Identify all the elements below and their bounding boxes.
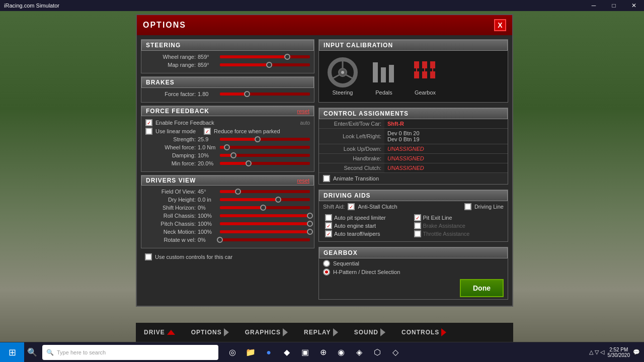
pedals-calib-button[interactable]: Pedals bbox=[364, 55, 404, 98]
window-title: iRacing.com Simulator bbox=[0, 3, 584, 9]
steering-calib-button[interactable]: Steering bbox=[323, 55, 362, 98]
taskbar-app3-icon[interactable]: ◉ bbox=[333, 344, 349, 360]
look-ud-value[interactable]: UNASSIGNED bbox=[384, 144, 508, 154]
controls-arrow-icon bbox=[441, 328, 446, 336]
shift-horizon-label: Shift Horizon: bbox=[145, 205, 196, 211]
wheel-force-label: Wheel force: bbox=[145, 144, 196, 150]
driving-line-checkbox[interactable] bbox=[464, 203, 471, 210]
nav-graphics[interactable]: GRAPHICS bbox=[237, 323, 296, 342]
gearbox-calib-button[interactable]: Gearbox bbox=[406, 55, 445, 98]
sound-arrow-icon bbox=[380, 328, 385, 336]
taskbar-app6-icon[interactable]: ◇ bbox=[387, 344, 404, 360]
neck-motion-slider[interactable] bbox=[220, 230, 310, 233]
handbrake-value[interactable]: UNASSIGNED bbox=[384, 154, 508, 163]
start-button[interactable]: ⊞ bbox=[0, 342, 24, 363]
hpattern-radio[interactable] bbox=[323, 268, 330, 276]
wheel-range-slider[interactable] bbox=[220, 55, 310, 58]
linear-mode-checkbox[interactable] bbox=[145, 128, 152, 135]
second-clutch-value[interactable]: UNASSIGNED bbox=[384, 163, 508, 173]
auto-tearoff-checkbox[interactable]: ✓ bbox=[325, 230, 332, 237]
handbrake-row: Handbrake: UNASSIGNED bbox=[319, 154, 508, 163]
svg-line-4 bbox=[346, 75, 353, 78]
fov-slider[interactable] bbox=[220, 190, 310, 193]
nav-drive[interactable]: DRIVE bbox=[136, 323, 183, 342]
shift-horizon-slider[interactable] bbox=[220, 206, 310, 209]
second-clutch-row: Second Clutch: UNASSIGNED bbox=[319, 163, 508, 173]
svg-line-3 bbox=[333, 75, 339, 78]
taskbar-chrome-icon[interactable]: ● bbox=[261, 344, 277, 360]
window-close-button[interactable]: ✕ bbox=[624, 0, 644, 11]
brake-assist-row: Brake Assistance bbox=[414, 222, 502, 229]
taskbar-app1-icon[interactable]: ◆ bbox=[279, 344, 295, 360]
input-calibration-section: INPUT CALIBRATION Steering bbox=[318, 39, 508, 103]
anti-stall-checkbox[interactable]: ✓ bbox=[348, 203, 355, 210]
taskbar-search-placeholder: Type here to search bbox=[57, 349, 106, 355]
shift-horizon-value: 0% bbox=[198, 205, 218, 211]
nav-replay[interactable]: REPLAY bbox=[296, 323, 346, 342]
titlebar: iRacing.com Simulator ─ □ ✕ bbox=[0, 0, 644, 11]
nav-options[interactable]: OPTIONS bbox=[183, 323, 237, 342]
taskbar-steam-icon[interactable]: ⊕ bbox=[315, 344, 331, 360]
done-button[interactable]: Done bbox=[460, 279, 504, 297]
svg-rect-6 bbox=[373, 62, 378, 82]
wheel-force-slider[interactable] bbox=[220, 146, 310, 149]
force-factor-slider[interactable] bbox=[220, 93, 310, 96]
custom-controls-checkbox[interactable] bbox=[145, 253, 152, 260]
auto-pit-checkbox[interactable] bbox=[325, 214, 332, 221]
auto-engine-checkbox[interactable]: ✓ bbox=[325, 222, 332, 229]
drivers-view-header-row: DRIVERS VIEW reset bbox=[141, 175, 314, 186]
map-range-label: Map range: bbox=[145, 62, 196, 68]
rotate-w-vel-slider[interactable] bbox=[220, 238, 310, 241]
auto-tearoff-label: Auto tearoff/wipers bbox=[334, 231, 380, 237]
look-lr-row: Look Left/Right: Dev 0 Btn 20 Dev 0 Btn … bbox=[319, 129, 508, 144]
strength-value: 25.9 bbox=[198, 136, 218, 142]
enter-exit-value[interactable]: Shft-R bbox=[384, 119, 508, 129]
taskbar-explorer-icon[interactable]: 📁 bbox=[243, 344, 259, 360]
dialog-titlebar: OPTIONS X bbox=[137, 15, 512, 35]
drivers-view-reset[interactable]: reset bbox=[297, 177, 309, 184]
taskbar-search-icon[interactable]: 🔍 bbox=[24, 344, 40, 360]
animate-transition-checkbox[interactable] bbox=[323, 175, 330, 182]
enter-exit-row: Enter/Exit/Tow Car: Shft-R bbox=[319, 119, 508, 129]
drive-triangle-icon bbox=[167, 330, 175, 335]
min-force-row: Min force: 20.0% bbox=[145, 160, 310, 166]
taskbar-search[interactable]: 🔍 Type here to search bbox=[42, 345, 218, 360]
minimize-button[interactable]: ─ bbox=[584, 0, 604, 11]
svg-rect-10 bbox=[422, 61, 427, 68]
taskbar-app5-icon[interactable]: ⬡ bbox=[369, 344, 385, 360]
linear-mode-row: Use linear mode bbox=[145, 128, 196, 135]
brake-assist-checkbox[interactable] bbox=[414, 222, 421, 229]
map-range-slider[interactable] bbox=[220, 63, 310, 66]
neck-motion-value: 100% bbox=[198, 229, 218, 235]
nav-sound-label: SOUND bbox=[354, 329, 378, 336]
dry-height-slider[interactable] bbox=[220, 198, 310, 201]
min-force-slider[interactable] bbox=[220, 162, 310, 165]
left-panel: STEERING Wheel range: 859° Map range: 85… bbox=[141, 39, 314, 302]
reduce-force-checkbox[interactable]: ✓ bbox=[204, 128, 211, 135]
strength-slider[interactable] bbox=[220, 138, 310, 141]
maximize-button[interactable]: □ bbox=[604, 0, 624, 11]
throttle-assist-checkbox[interactable] bbox=[414, 230, 421, 237]
taskbar-app2-icon[interactable]: ▣ bbox=[297, 344, 313, 360]
nav-controls[interactable]: CONTROLS bbox=[393, 323, 454, 342]
damping-slider[interactable] bbox=[220, 154, 310, 157]
nav-sound[interactable]: SOUND bbox=[346, 323, 393, 342]
dialog-close-button[interactable]: X bbox=[494, 19, 506, 31]
pit-exit-checkbox[interactable]: ✓ bbox=[414, 214, 421, 221]
roll-chassis-slider[interactable] bbox=[220, 214, 310, 217]
taskbar-cortana-icon[interactable]: ◎ bbox=[224, 344, 240, 360]
sequential-row: Sequential bbox=[323, 260, 504, 267]
force-feedback-section: FORCE FEEDBACK reset ✓ Enable Force Feed… bbox=[141, 106, 314, 172]
pit-exit-label: Pit Exit Line bbox=[423, 215, 452, 221]
pitch-chassis-slider[interactable] bbox=[220, 222, 310, 225]
calibration-icons: Steering Pedals bbox=[319, 51, 508, 102]
enable-ff-checkbox[interactable]: ✓ bbox=[145, 119, 152, 126]
taskbar-app4-icon[interactable]: ◈ bbox=[351, 344, 367, 360]
look-lr-value[interactable]: Dev 0 Btn 20 Dev 0 Btn 19 bbox=[384, 129, 508, 144]
notification-icon[interactable]: 💬 bbox=[633, 349, 640, 355]
auto-engine-row: ✓ Auto engine start bbox=[325, 222, 413, 229]
auto-engine-label: Auto engine start bbox=[334, 223, 376, 229]
sequential-radio[interactable] bbox=[323, 260, 330, 267]
ff-reset-link[interactable]: reset bbox=[297, 108, 309, 114]
reduce-force-label: Reduce force when parked bbox=[214, 128, 280, 134]
